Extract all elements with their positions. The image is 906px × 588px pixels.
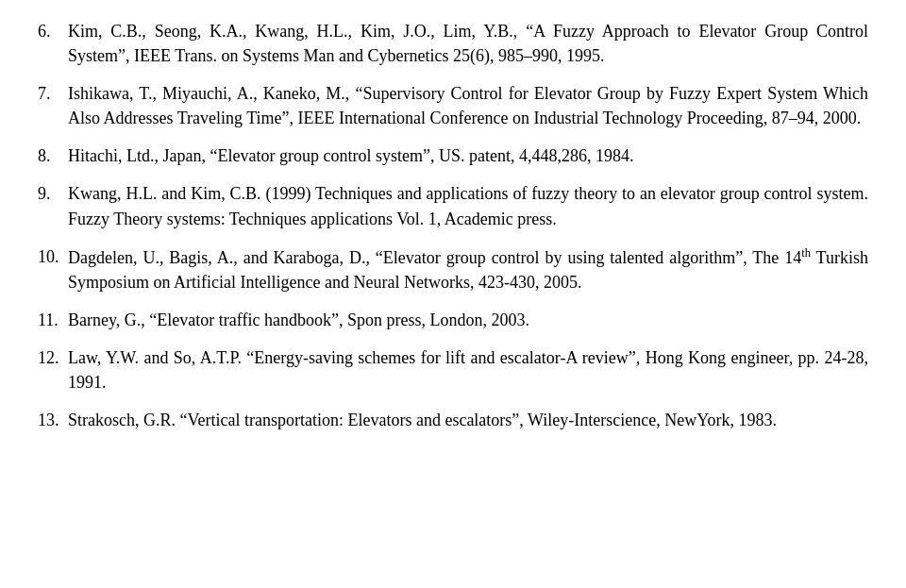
reference-item-12: 12. Law, Y.W. and So, A.T.P. “Energy-sav… [38,345,868,395]
reference-item-6: 6. Kim, C.B., Seong, K.A., Kwang, H.L., … [38,19,868,68]
ref-text-11: Barney, G., “Elevator traffic handbook”,… [68,308,868,332]
ref-number-13: 13. [38,408,68,432]
reference-item-7: 7. Ishikawa, T., Miyauchi, A., Kaneko, M… [38,81,868,130]
ref-text-6: Kim, C.B., Seong, K.A., Kwang, H.L., Kim… [68,19,868,68]
ref-text-10: Dagdelen, U., Bagis, A., and Karaboga, D… [68,244,868,294]
references-container: 6. Kim, C.B., Seong, K.A., Kwang, H.L., … [38,19,868,432]
ref-text-9: Kwang, H.L. and Kim, C.B. (1999) Techniq… [68,181,868,230]
ref-text-12: Law, Y.W. and So, A.T.P. “Energy-saving … [68,345,868,395]
ref-number-12: 12. [38,345,68,395]
ref-text-7: Ishikawa, T., Miyauchi, A., Kaneko, M., … [68,81,868,130]
ref-number-11: 11. [38,308,68,332]
ref-text-8: Hitachi, Ltd., Japan, “Elevator group co… [68,143,868,168]
reference-item-9: 9. Kwang, H.L. and Kim, C.B. (1999) Tech… [38,181,868,230]
ref-number-8: 8. [38,143,68,168]
reference-item-13: 13. Strakosch, G.R. “Vertical transporta… [38,408,868,432]
reference-item-8: 8. Hitachi, Ltd., Japan, “Elevator group… [38,143,868,168]
reference-item-10: 10. Dagdelen, U., Bagis, A., and Karabog… [38,244,868,294]
ref-text-13: Strakosch, G.R. “Vertical transportation… [68,408,868,432]
ref-number-9: 9. [38,181,68,230]
ref-number-7: 7. [38,81,68,130]
ref-number-10: 10. [38,244,68,294]
reference-item-11: 11. Barney, G., “Elevator traffic handbo… [38,308,868,332]
ref-number-6: 6. [38,19,68,68]
